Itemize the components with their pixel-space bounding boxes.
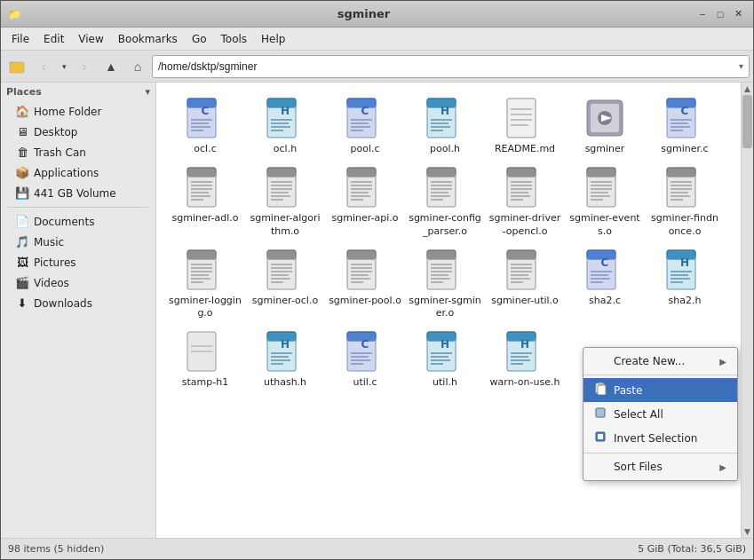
list-item[interactable]: C pool.c <box>325 91 405 161</box>
context-menu-select-all[interactable]: Select All <box>583 402 737 426</box>
list-item[interactable]: H uthash.h <box>245 325 325 394</box>
list-item[interactable]: sgminer-util.o <box>485 243 565 326</box>
menu-view[interactable]: View <box>71 30 110 48</box>
list-item[interactable]: sgminer-adl.o <box>165 161 245 243</box>
list-item[interactable]: sgminer-algorithm.o <box>245 161 325 243</box>
sidebar-section-places[interactable]: Places ▾ <box>1 83 155 101</box>
address-bar-container: ▾ <box>152 55 750 78</box>
minimize-button[interactable]: − <box>694 6 710 22</box>
svg-text:C: C <box>361 338 369 351</box>
list-item[interactable]: C sha2.c <box>565 243 645 326</box>
sidebar-item-pictures[interactable]: 🖼 Pictures <box>3 253 154 272</box>
context-menu-sort-files[interactable]: Sort Files ▶ <box>583 456 737 477</box>
svg-text:C: C <box>202 105 210 117</box>
svg-rect-115 <box>187 256 216 259</box>
file-icon <box>184 166 226 209</box>
file-icon: H <box>424 330 466 373</box>
svg-rect-142 <box>427 256 456 259</box>
list-item[interactable]: stamp-h1 <box>165 325 245 394</box>
svg-text:H: H <box>440 105 449 117</box>
list-item[interactable]: sgminer-pool.o <box>325 243 405 326</box>
scrollbar-track[interactable] <box>742 95 753 525</box>
menu-help[interactable]: Help <box>254 30 292 48</box>
file-icon <box>184 248 226 291</box>
file-area[interactable]: C ocl.c H ocl.h C pool.c <box>156 83 741 538</box>
file-icon <box>504 166 546 209</box>
list-item[interactable]: C sgminer.c <box>645 91 725 161</box>
list-item[interactable]: C util.c <box>325 325 405 394</box>
svg-text:H: H <box>680 256 689 269</box>
context-menu-paste[interactable]: Paste <box>583 378 737 402</box>
sidebar-item-label: Pictures <box>34 256 76 269</box>
list-item[interactable]: H sha2.h <box>645 243 725 326</box>
sort-files-arrow-icon: ▶ <box>719 462 726 472</box>
sidebar-item-desktop[interactable]: 🖥 Desktop <box>3 122 154 141</box>
sidebar-item-home-folder[interactable]: 🏠 Home Folder <box>3 102 154 121</box>
file-name: pool.c <box>350 143 379 155</box>
back-button[interactable]: ‹ <box>31 54 56 79</box>
svg-text:H: H <box>440 338 449 351</box>
close-button[interactable]: ✕ <box>730 6 746 22</box>
list-item[interactable]: C ocl.c <box>165 91 245 161</box>
sidebar-item-applications[interactable]: 📦 Applications <box>3 163 154 182</box>
menu-file[interactable]: File <box>4 30 36 48</box>
file-name: pool.h <box>430 143 460 155</box>
file-icon <box>424 166 466 209</box>
list-item[interactable]: sgminer-api.o <box>325 161 405 243</box>
menu-edit[interactable]: Edit <box>36 30 71 48</box>
list-item[interactable]: sgminer-ocl.o <box>245 243 325 326</box>
file-name: sgminer-algorithm.o <box>249 212 321 238</box>
maximize-button[interactable]: □ <box>712 6 728 22</box>
list-item[interactable]: sgminer-sgminer.o <box>405 243 485 326</box>
address-bar[interactable] <box>158 60 739 73</box>
sidebar-item-music[interactable]: 🎵 Music <box>3 233 154 251</box>
scrollbar-down-arrow[interactable]: ▼ <box>742 525 753 538</box>
context-menu-invert-selection[interactable]: Invert Selection <box>583 426 737 450</box>
titlebar-controls: − □ ✕ <box>693 6 746 22</box>
scrollbar-up-arrow[interactable]: ▲ <box>742 83 753 95</box>
address-dropdown-icon[interactable]: ▾ <box>739 61 743 71</box>
file-icon <box>583 97 626 139</box>
list-item[interactable]: sgminer-logging.o <box>165 243 245 326</box>
forward-button[interactable]: › <box>72 54 97 79</box>
list-item[interactable]: sgminer-events.o <box>565 161 645 243</box>
menu-bookmarks[interactable]: Bookmarks <box>111 30 185 48</box>
list-item[interactable]: H ocl.h <box>245 91 325 161</box>
menu-tools[interactable]: Tools <box>214 30 255 48</box>
list-item[interactable]: H pool.h <box>405 91 485 161</box>
file-name: stamp-h1 <box>182 376 228 389</box>
menu-go[interactable]: Go <box>185 30 214 48</box>
list-item[interactable]: H warn-on-use.h <box>485 325 565 394</box>
list-item[interactable]: sgminer <box>565 91 645 161</box>
titlebar-left: 📁 <box>8 8 35 20</box>
file-name: sgminer-config_parser.o <box>409 212 481 238</box>
desktop-icon: 🖥 <box>15 125 29 138</box>
context-menu-create-new[interactable]: Create New... ▶ <box>583 351 737 372</box>
sidebar-item-videos[interactable]: 🎬 Videos <box>3 273 154 292</box>
context-menu-sort-files-label: Sort Files <box>614 461 663 473</box>
home-button[interactable]: ⌂ <box>125 54 150 79</box>
statusbar: 98 items (5 hidden) 5 GiB (Total: 36,5 G… <box>1 538 753 559</box>
sidebar-item-label: 441 GB Volume <box>34 187 116 200</box>
scrollbar[interactable]: ▲ ▼ <box>741 83 753 538</box>
sidebar-item-downloads[interactable]: ⬇ Downloads <box>3 294 154 312</box>
sidebar-item-documents[interactable]: 📄 Documents <box>3 212 154 231</box>
list-item[interactable]: H util.h <box>405 325 485 394</box>
file-name: sgminer <box>585 143 625 155</box>
context-menu-separator-2 <box>583 453 737 454</box>
volume-icon: 💾 <box>15 186 29 200</box>
file-name: README.md <box>495 143 555 155</box>
up-button[interactable]: ▲ <box>99 54 123 79</box>
new-folder-button[interactable] <box>4 54 29 79</box>
file-name: sgminer-sgminer.o <box>409 295 481 320</box>
scrollbar-thumb[interactable] <box>742 95 752 148</box>
sidebar-item-label: Music <box>34 236 64 248</box>
list-item[interactable]: README.md <box>485 91 565 161</box>
list-item[interactable]: sgminer-driver-opencl.o <box>485 161 565 243</box>
back-dropdown-button[interactable]: ▾ <box>58 54 70 79</box>
svg-rect-52 <box>187 173 216 177</box>
sidebar-item-441gb[interactable]: 💾 441 GB Volume <box>3 184 154 202</box>
list-item[interactable]: sgminer-findnonce.o <box>645 161 725 243</box>
list-item[interactable]: sgminer-config_parser.o <box>405 161 485 243</box>
sidebar-item-trash-can[interactable]: 🗑 Trash Can <box>3 143 154 162</box>
